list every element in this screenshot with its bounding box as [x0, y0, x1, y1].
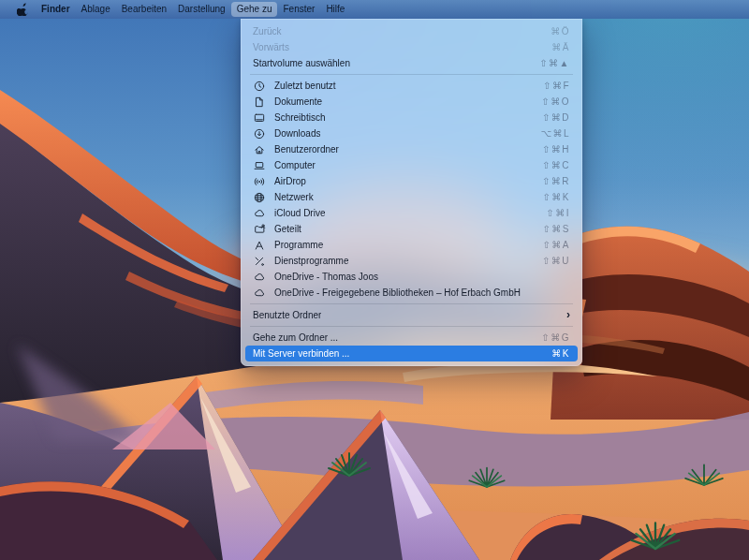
menu-item-shortcut: ⇧⌘C	[533, 160, 570, 170]
menu-item-shortcut: ⇧⌘U	[533, 256, 570, 266]
menu-item-label: Zuletzt benutzt	[274, 81, 336, 91]
menu-item-netzwerk[interactable]: Netzwerk⇧⌘K	[245, 189, 578, 205]
document-icon	[253, 96, 266, 108]
download-icon	[253, 128, 266, 140]
menu-item-gehe-zum-ordner[interactable]: Gehe zum Ordner ...⇧⌘G	[245, 330, 578, 346]
menu-item-shortcut: ⌘Ö	[541, 26, 570, 37]
cloud-icon	[253, 287, 266, 299]
clock-icon	[253, 81, 266, 92]
menubar-item-darstellung[interactable]: Darstellung	[172, 2, 231, 17]
menu-item-label: iCloud Drive	[274, 208, 325, 218]
apple-menu[interactable]	[9, 0, 36, 19]
menu-item-zurück: Zurück⌘Ö	[245, 23, 578, 39]
menu-item-shortcut: ⇧⌘D	[533, 112, 570, 123]
airdrop-icon	[253, 176, 266, 187]
menu-item-label: Geteilt	[274, 224, 301, 234]
menu-item-startvolume-auswählen[interactable]: Startvolume auswählen⇧⌘▲	[245, 55, 578, 71]
menubar-item-ablage[interactable]: Ablage	[76, 2, 116, 17]
menu-item-onedrive-thomas-joos[interactable]: OneDrive - Thomas Joos	[245, 269, 578, 285]
menu-item-label: Dienstprogramme	[274, 256, 348, 266]
network-icon	[253, 192, 266, 203]
menu-item-label: Benutzte Ordner	[253, 310, 321, 320]
menu-item-shortcut: ⇧⌘R	[533, 176, 570, 186]
menu-item-label: Dokumente	[274, 96, 322, 107]
menu-item-label: Zurück	[253, 26, 282, 37]
menu-item-label: Computer	[274, 160, 316, 170]
menu-item-downloads[interactable]: Downloads⌥⌘L	[245, 125, 578, 141]
menubar-items: FinderAblageBearbeitenDarstellungGehe zu…	[36, 0, 350, 19]
menu-item-icloud-drive[interactable]: iCloud Drive⇧⌘I	[245, 205, 578, 221]
menu-item-zuletzt-benutzt[interactable]: Zuletzt benutzt⇧⌘F	[245, 78, 578, 94]
menubar-item-hilfe[interactable]: Hilfe	[320, 2, 350, 17]
menu-item-label: Programme	[274, 240, 323, 250]
menu-separator	[250, 326, 573, 327]
shared-folder-icon	[253, 224, 266, 235]
go-menu: Zurück⌘ÖVorwärts⌘ÄStartvolume auswählen⇧…	[241, 19, 582, 366]
menu-separator	[250, 74, 573, 75]
menu-item-shortcut: ⇧⌘F	[534, 81, 570, 91]
desktop-icon	[253, 112, 266, 124]
menu-separator	[250, 303, 573, 304]
cloud-icon	[253, 208, 266, 219]
menu-item-label: AirDrop	[274, 176, 306, 186]
menu-item-label: Mit Server verbinden ...	[253, 348, 349, 359]
menu-item-geteilt[interactable]: Geteilt⇧⌘S	[245, 221, 578, 237]
menu-item-shortcut: ⇧⌘▲	[530, 58, 570, 68]
menu-item-shortcut: ⇧⌘A	[533, 240, 570, 250]
menubar-item-gehe-zu[interactable]: Gehe zu	[231, 2, 278, 17]
menu-item-dokumente[interactable]: Dokumente⇧⌘O	[245, 94, 578, 110]
menu-item-shortcut: ⇧⌘S	[533, 224, 570, 234]
menu-item-label: Netzwerk	[274, 192, 314, 202]
menu-item-shortcut: ⇧⌘I	[536, 208, 570, 218]
menu-item-programme[interactable]: Programme⇧⌘A	[245, 237, 578, 253]
menu-item-shortcut: ⇧⌘H	[533, 144, 570, 155]
menu-item-label: Startvolume auswählen	[253, 58, 350, 68]
menu-item-vorwärts: Vorwärts⌘Ä	[245, 39, 578, 55]
menu-item-label: Vorwärts	[253, 42, 289, 52]
menu-item-computer[interactable]: Computer⇧⌘C	[245, 157, 578, 173]
menu-item-mit-server-verbinden[interactable]: Mit Server verbinden ...⌘K	[245, 346, 578, 361]
menu-item-dienstprogramme[interactable]: Dienstprogramme⇧⌘U	[245, 253, 578, 269]
menu-item-shortcut: ⇧⌘K	[533, 192, 570, 202]
menu-item-airdrop[interactable]: AirDrop⇧⌘R	[245, 173, 578, 189]
menubar-item-fenster[interactable]: Fenster	[277, 2, 320, 17]
menu-item-benutzerordner[interactable]: Benutzerordner⇧⌘H	[245, 141, 578, 157]
submenu-arrow-icon: ›	[566, 307, 570, 323]
menu-item-label: Downloads	[274, 128, 320, 139]
menu-item-shortcut: ⌘K	[542, 348, 570, 359]
menubar-item-finder[interactable]: Finder	[36, 2, 76, 17]
home-icon	[253, 144, 266, 155]
menubar: FinderAblageBearbeitenDarstellungGehe zu…	[0, 0, 749, 19]
utilities-icon	[253, 256, 266, 267]
menu-item-label: OneDrive - Thomas Joos	[274, 272, 378, 282]
cloud-icon	[253, 272, 266, 283]
menu-item-benutzte-ordner[interactable]: Benutzte Ordner›	[245, 307, 578, 323]
menu-item-shortcut: ⌥⌘L	[531, 128, 570, 139]
computer-icon	[253, 160, 266, 171]
menu-item-schreibtisch[interactable]: Schreibtisch⇧⌘D	[245, 110, 578, 125]
menu-item-shortcut: ⌘Ä	[542, 42, 570, 52]
menu-item-onedrive-freigegebene-bibliotheken-hof-erbach-gmbh[interactable]: OneDrive - Freigegebene Bibliotheken – H…	[245, 285, 578, 301]
menu-item-label: Benutzerordner	[274, 144, 339, 155]
menubar-item-bearbeiten[interactable]: Bearbeiten	[116, 2, 172, 17]
menu-item-label: Gehe zum Ordner ...	[253, 332, 338, 343]
menu-item-shortcut: ⇧⌘O	[532, 96, 570, 107]
desktop: FinderAblageBearbeitenDarstellungGehe zu…	[0, 0, 749, 560]
menu-item-label: OneDrive - Freigegebene Bibliotheken – H…	[274, 287, 521, 298]
menu-item-label: Schreibtisch	[274, 112, 325, 123]
menu-item-shortcut: ⇧⌘G	[532, 332, 570, 343]
applications-icon	[253, 240, 266, 251]
apple-logo-icon	[17, 3, 28, 16]
